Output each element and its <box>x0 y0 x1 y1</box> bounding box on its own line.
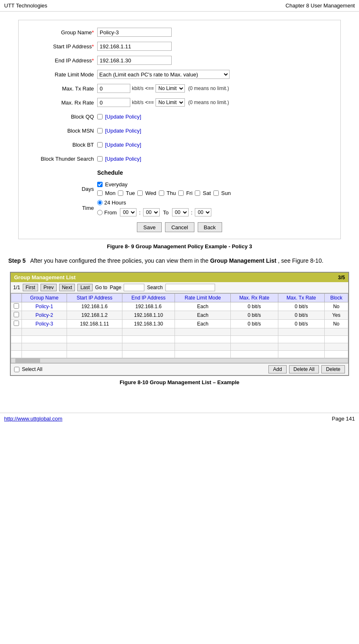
from-hour-select[interactable]: 0001020612 <box>120 208 136 216</box>
wed-checkbox[interactable] <box>137 190 143 196</box>
sun-checkbox[interactable] <box>213 190 219 196</box>
row-checkbox[interactable] <box>14 321 19 326</box>
block-qq-update-link[interactable]: [Update Policy] <box>105 114 141 120</box>
from-min-select[interactable]: 00153045 <box>143 208 160 216</box>
row-block: Yes <box>325 311 348 320</box>
row-start-ip: 192.168.1.11 <box>67 320 122 328</box>
days-label: Days <box>23 186 97 192</box>
block-msn-checkbox[interactable] <box>97 128 103 133</box>
select-all-row: Select All <box>14 366 42 372</box>
hours24-label: 24 Hours <box>104 200 126 206</box>
gml-delete-all-btn[interactable]: Delete All <box>289 365 319 373</box>
block-bt-label: Block BT <box>23 142 97 148</box>
hours24-row: 24 Hours <box>97 200 211 206</box>
hours24-radio[interactable] <box>97 200 103 205</box>
gml-first-btn[interactable]: First <box>23 284 38 291</box>
row-checkbox-cell[interactable] <box>11 311 22 320</box>
rx-no-limit-note: (0 means no limit.) <box>188 100 229 105</box>
tx-limit-select[interactable]: No Limit 64 128 256 512 <box>156 84 185 93</box>
fri-checkbox[interactable] <box>178 190 184 196</box>
empty-row <box>11 328 348 336</box>
row-name[interactable]: Policy-1 <box>22 302 67 311</box>
gml-search-input[interactable] <box>165 284 215 291</box>
row-name[interactable]: Policy-3 <box>22 320 67 328</box>
block-msn-row: Block MSN [Update Policy] <box>23 125 336 136</box>
colon1: : <box>139 209 141 216</box>
block-thunder-update-link[interactable]: [Update Policy] <box>105 156 141 162</box>
block-bt-update-link[interactable]: [Update Policy] <box>105 142 141 148</box>
rx-limit-select[interactable]: No Limit 64 128 256 512 <box>156 98 185 107</box>
gml-caption: Figure 8-10 Group Management List – Exam… <box>8 379 351 385</box>
gml-add-btn[interactable]: Add <box>268 365 286 373</box>
block-bt-checkbox[interactable] <box>97 142 103 147</box>
table-row: Policy-1 192.168.1.6 192.168.1.6 Each 0 … <box>11 302 348 311</box>
gml-goto-label: Go to <box>95 285 107 290</box>
save-button[interactable]: Save <box>137 222 162 232</box>
back-button[interactable]: Back <box>198 222 222 232</box>
row-block: No <box>325 320 348 328</box>
cancel-button[interactable]: Cancel <box>165 222 194 232</box>
to-label: To <box>163 209 169 216</box>
block-thunder-controls: [Update Policy] <box>97 156 141 162</box>
time-options: 24 Hours From 0001020612 : 00153045 To 0… <box>97 200 211 216</box>
everyday-checkbox[interactable] <box>97 182 103 187</box>
time-row: Time 24 Hours From 0001020612 : 00153045 <box>23 200 336 216</box>
from-radio[interactable] <box>97 210 103 215</box>
footer-link[interactable]: http://www.uttglobal.com <box>4 416 62 422</box>
gml-prev-btn[interactable]: Prev <box>41 284 57 291</box>
gml-col-block: Block <box>325 294 348 302</box>
to-hour-select[interactable]: 00010612 <box>172 208 189 216</box>
row-name[interactable]: Policy-2 <box>22 311 67 320</box>
schedule-header-row: Schedule <box>23 167 336 178</box>
gml-page-input[interactable] <box>124 284 144 291</box>
block-msn-update-link[interactable]: [Update Policy] <box>105 128 141 134</box>
max-rx-controls: kbit/s <== No Limit 64 128 256 512 (0 me… <box>97 98 229 107</box>
time-label: Time <box>23 205 97 211</box>
fri-label: Fri <box>186 190 192 196</box>
end-ip-label: End IP Address* <box>23 57 97 64</box>
row-rx: 0 bit/s <box>230 311 278 320</box>
select-all-checkbox[interactable] <box>14 367 19 372</box>
table-row: Policy-2 192.168.1.2 192.168.1.10 Each 0… <box>11 311 348 320</box>
row-end-ip: 192.168.1.30 <box>122 320 175 328</box>
header-left: UTT Technologies <box>4 2 47 9</box>
end-ip-input[interactable] <box>97 56 172 65</box>
gml-page-info: 3/5 <box>338 275 345 280</box>
max-tx-row: Max. Tx Rate kbit/s <== No Limit 64 128 … <box>23 83 336 94</box>
gml-nav-count: 1/1 <box>13 285 20 290</box>
mon-label: Mon <box>105 190 115 196</box>
row-checkbox[interactable] <box>14 312 19 317</box>
row-checkbox[interactable] <box>14 303 19 309</box>
start-ip-input[interactable] <box>97 42 172 51</box>
group-name-input[interactable] <box>97 28 172 37</box>
block-qq-checkbox[interactable] <box>97 114 103 119</box>
rate-limit-select[interactable]: Each (Limit each PC's rate to Max. value… <box>97 70 230 79</box>
gml-next-btn[interactable]: Next <box>59 284 75 291</box>
tue-checkbox[interactable] <box>118 190 123 196</box>
gml-header: Group Management List 3/5 <box>11 273 348 282</box>
thu-label: Thu <box>167 190 176 196</box>
row-tx: 0 bit/s <box>278 302 325 311</box>
group-management-list: Group Management List 3/5 1/1 First Prev… <box>10 272 349 376</box>
gml-delete-btn[interactable]: Delete <box>321 365 345 373</box>
block-thunder-row: Block Thunder Search [Update Policy] <box>23 153 336 164</box>
thu-checkbox[interactable] <box>159 190 164 196</box>
empty-row <box>11 351 348 358</box>
to-min-select[interactable]: 00153045 <box>195 208 211 216</box>
empty-row <box>11 343 348 351</box>
end-ip-row: End IP Address* <box>23 55 336 66</box>
row-checkbox-cell[interactable] <box>11 302 22 311</box>
row-rx: 0 bit/s <box>230 302 278 311</box>
gml-scroll-thumb <box>15 359 40 363</box>
block-msn-controls: [Update Policy] <box>97 128 141 134</box>
colon2: : <box>191 209 193 216</box>
block-thunder-checkbox[interactable] <box>97 156 103 162</box>
gml-last-btn[interactable]: Last <box>77 284 93 291</box>
mon-checkbox[interactable] <box>97 190 103 196</box>
row-checkbox-cell[interactable] <box>11 320 22 328</box>
rate-limit-row: Rate Limit Mode Each (Limit each PC's ra… <box>23 69 336 80</box>
max-rx-input[interactable] <box>97 98 130 107</box>
gml-scrollbar[interactable] <box>11 358 348 363</box>
sat-checkbox[interactable] <box>195 190 200 196</box>
max-tx-input[interactable] <box>97 84 130 93</box>
